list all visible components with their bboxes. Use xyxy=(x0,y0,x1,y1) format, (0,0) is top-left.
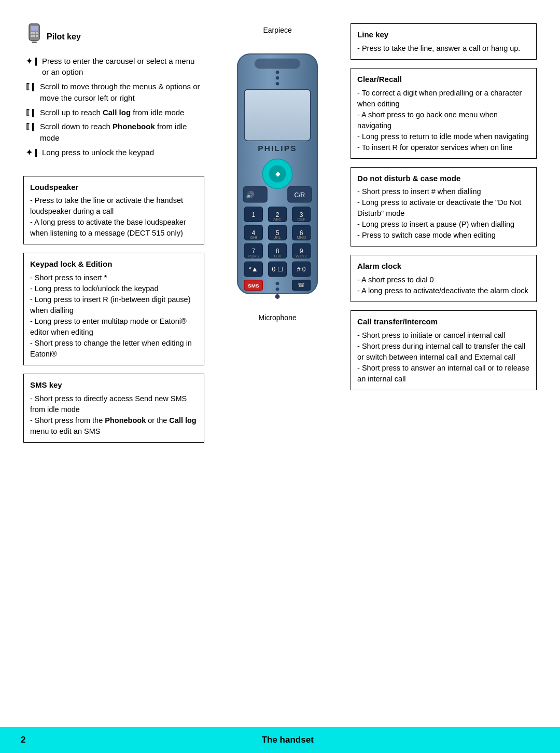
pilot-press-item: ✦❙ Press to enter the carousel or select… xyxy=(26,56,202,78)
scroll-up-text: Scroll up to reach Call log from idle mo… xyxy=(40,107,184,118)
loudspeaker-line-1: - Press to take the line or activate the… xyxy=(30,195,198,217)
dnd-line-1: - Short press to insert # when dialling xyxy=(357,186,530,197)
keypad-line-1: - Short press to insert * xyxy=(30,272,198,283)
call-transfer-line-1: - Short press to initiate or cancel inte… xyxy=(357,330,530,341)
svg-rect-7 xyxy=(36,35,38,37)
pilot-key-title: Pilot key xyxy=(26,23,202,50)
sms-key-title: SMS key xyxy=(30,379,198,391)
svg-text:SMS: SMS xyxy=(248,283,259,289)
svg-text:DEF: DEF xyxy=(298,217,306,222)
svg-text:🔊: 🔊 xyxy=(246,190,255,199)
sms-key-box: SMS key - Short press to directly access… xyxy=(23,374,204,443)
loudspeaker-line-2: - A long press to activate the base loud… xyxy=(30,217,198,239)
clear-recall-title: Clear/Recall xyxy=(357,74,530,85)
clear-recall-box: Clear/Recall - To correct a digit when p… xyxy=(351,68,537,159)
scroll-down-text: Scroll down to reach Phonebook from idle… xyxy=(40,121,202,144)
press-text: Press to enter the carousel or select a … xyxy=(42,56,202,78)
svg-point-11 xyxy=(276,71,279,74)
pilot-key-section: Pilot key ✦❙ Press to enter the carousel… xyxy=(21,16,207,172)
svg-text:JKL: JKL xyxy=(274,235,282,240)
svg-point-12 xyxy=(276,76,279,80)
left-column: Pilot key ✦❙ Press to enter the carousel… xyxy=(21,16,207,447)
scroll-text: Scroll to move through the menus & optio… xyxy=(40,81,202,104)
pilot-scroll-item: ⟦❙ Scroll to move through the menus & op… xyxy=(26,81,202,104)
footer-title: The handset xyxy=(36,735,539,745)
svg-rect-2 xyxy=(31,32,33,34)
svg-text:PHILIPS: PHILIPS xyxy=(258,144,297,153)
middle-column: Earpiece xyxy=(207,16,348,447)
clear-recall-line-2: - A short press to go back one menu when… xyxy=(357,109,530,131)
scroll-up-symbol: ⟦❙ xyxy=(26,107,37,118)
earpiece-label: Earpiece xyxy=(263,26,292,34)
page-number: 2 xyxy=(21,735,25,745)
svg-rect-1 xyxy=(31,26,38,31)
long-press-text: Long press to unlock the keypad xyxy=(42,147,154,158)
pilot-scroll-up-item: ⟦❙ Scroll up to reach Call log from idle… xyxy=(26,107,202,118)
do-not-disturb-title: Do not disturb & case mode xyxy=(357,173,530,184)
svg-text:*▲: *▲ xyxy=(249,265,258,273)
alarm-line-1: - A short press to dial 0 xyxy=(357,275,530,285)
svg-text:MNO: MNO xyxy=(297,235,306,240)
line-key-line-1: - Press to take the line, answer a call … xyxy=(357,43,530,54)
svg-rect-5 xyxy=(31,35,33,37)
phone-area: Earpiece xyxy=(210,26,345,322)
dnd-line-3: - Long press to insert a pause (P) when … xyxy=(357,219,530,230)
call-transfer-line-3: - Short press to answer an internal call… xyxy=(357,363,530,385)
line-key-title: Line key xyxy=(357,29,530,40)
keypad-line-3: - Long press to insert R (in-between dig… xyxy=(30,294,198,316)
loudspeaker-box: Loudspeaker - Press to take the line or … xyxy=(23,176,204,245)
keypad-line-2: - Long press to lock/unlock the keypad xyxy=(30,283,198,294)
pilot-scroll-down-item: ⟦❙ Scroll down to reach Phonebook from i… xyxy=(26,121,202,144)
clear-recall-line-4: - To insert R for operator services when… xyxy=(357,142,530,153)
right-column: Line key - Press to take the line, answe… xyxy=(348,16,539,447)
scroll-down-symbol: ⟦❙ xyxy=(26,121,37,132)
svg-text:◆: ◆ xyxy=(275,170,281,177)
long-press-symbol: ✦❙ xyxy=(26,147,39,158)
footer-content: 2 The handset xyxy=(0,735,560,745)
line-key-box: Line key - Press to take the line, answe… xyxy=(351,23,537,60)
svg-rect-14 xyxy=(244,89,311,141)
svg-rect-6 xyxy=(33,35,35,37)
svg-text:1: 1 xyxy=(252,211,256,218)
microphone-label: Microphone xyxy=(259,313,297,322)
svg-text:WXYZ: WXYZ xyxy=(296,254,307,258)
press-symbol: ✦❙ xyxy=(26,56,39,67)
keypad-line-4: - Long press to enter multitap mode or E… xyxy=(30,316,198,338)
svg-rect-4 xyxy=(36,32,38,34)
sms-line-1: - Short press to directly access Send ne… xyxy=(30,393,198,415)
svg-text:☎: ☎ xyxy=(298,282,305,288)
svg-text:C/R: C/R xyxy=(295,191,305,199)
clear-recall-line-1: - To correct a digit when predialling or… xyxy=(357,88,530,109)
keypad-lock-box: Keypad lock & Edition - Short press to i… xyxy=(23,253,204,365)
svg-rect-8 xyxy=(32,42,37,43)
svg-text:# 0: # 0 xyxy=(297,266,306,273)
footer-bar: 2 The handset xyxy=(0,727,560,753)
keypad-lock-title: Keypad lock & Edition xyxy=(30,258,198,270)
alarm-clock-box: Alarm clock - A short press to dial 0 - … xyxy=(351,255,537,302)
alarm-clock-title: Alarm clock xyxy=(357,261,530,272)
alarm-line-2: - A long press to activate/deactivate th… xyxy=(357,285,530,296)
svg-text:GHI: GHI xyxy=(250,235,257,240)
svg-rect-10 xyxy=(255,59,300,69)
dnd-line-4: - Press to switch case mode when editing xyxy=(357,230,530,241)
svg-text:ABC: ABC xyxy=(273,217,282,222)
sms-line-2: - Short press from the Phonebook or the … xyxy=(30,415,198,437)
call-transfer-line-2: - Short press during internal call to tr… xyxy=(357,341,530,363)
svg-point-58 xyxy=(276,287,279,291)
dnd-line-2: - Long press to activate or deactivate t… xyxy=(357,197,530,219)
svg-point-61 xyxy=(275,294,280,299)
svg-text:0 ☐: 0 ☐ xyxy=(272,266,283,273)
do-not-disturb-box: Do not disturb & case mode - Short press… xyxy=(351,167,537,247)
call-transfer-box: Call transfer/Intercom - Short press to … xyxy=(351,310,537,390)
pilot-key-label: Pilot key xyxy=(47,31,81,43)
svg-text:PQRS: PQRS xyxy=(248,254,259,258)
call-transfer-title: Call transfer/Intercom xyxy=(357,316,530,327)
page-container: Pilot key ✦❙ Press to enter the carousel… xyxy=(0,0,560,753)
svg-point-13 xyxy=(276,82,279,86)
keypad-line-5: - Short press to change the letter when … xyxy=(30,338,198,360)
svg-rect-3 xyxy=(33,32,35,34)
phone-image: PHILIPS ◆ 🔊 C/R 1 xyxy=(220,37,334,311)
clear-recall-line-3: - Long press to return to idle mode when… xyxy=(357,131,530,142)
svg-text:TUV: TUV xyxy=(273,254,282,258)
main-content: Pilot key ✦❙ Press to enter the carousel… xyxy=(21,16,539,447)
